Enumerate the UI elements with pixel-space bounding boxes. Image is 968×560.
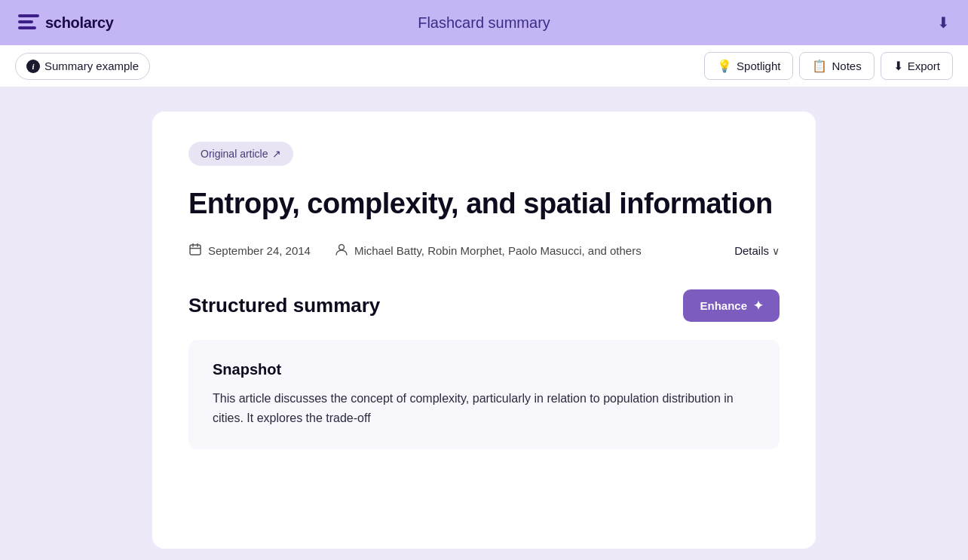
details-label: Details xyxy=(734,244,769,257)
original-article-button[interactable]: Original article ↗ xyxy=(188,142,293,166)
summary-example-label: Summary example xyxy=(44,60,139,72)
snapshot-card: Snapshot This article discusses the conc… xyxy=(188,340,780,450)
snapshot-title: Snapshot xyxy=(213,361,755,378)
external-link-icon: ↗ xyxy=(272,148,281,160)
export-label: Export xyxy=(908,60,940,72)
spotlight-label: Spotlight xyxy=(737,60,780,72)
download-icon[interactable]: ⬇ xyxy=(937,14,950,32)
notes-label: Notes xyxy=(832,60,861,72)
article-date: September 24, 2014 xyxy=(208,244,311,257)
original-article-label: Original article xyxy=(201,148,268,160)
sparkle-icon: ✦ xyxy=(753,298,763,313)
info-icon: i xyxy=(26,60,40,73)
toolbar: i Summary example 💡 Spotlight 📋 Notes ⬇ … xyxy=(0,45,968,87)
enhance-button[interactable]: Enhance ✦ xyxy=(683,289,780,322)
export-icon: ⬇ xyxy=(893,59,903,73)
svg-rect-0 xyxy=(190,245,201,255)
structured-summary-title: Structured summary xyxy=(188,294,380,317)
calendar-icon xyxy=(188,243,202,259)
notes-button[interactable]: 📋 Notes xyxy=(799,52,874,80)
logo-icon xyxy=(18,14,39,31)
main-content: Original article ↗ Entropy, complexity, … xyxy=(0,87,968,560)
svg-point-4 xyxy=(338,244,344,249)
snapshot-text: This article discusses the concept of co… xyxy=(213,389,755,429)
toolbar-left: i Summary example xyxy=(15,53,150,80)
article-meta: September 24, 2014 Michael Batty, Robin … xyxy=(188,243,780,259)
spotlight-button[interactable]: 💡 Spotlight xyxy=(704,52,793,80)
chevron-down-icon: ∨ xyxy=(772,245,780,257)
toolbar-right: 💡 Spotlight 📋 Notes ⬇ Export xyxy=(704,52,953,80)
logo: scholarcy xyxy=(18,14,114,32)
content-card: Original article ↗ Entropy, complexity, … xyxy=(152,112,816,549)
person-icon xyxy=(335,243,348,259)
article-title: Entropy, complexity, and spatial informa… xyxy=(188,187,780,222)
date-meta: September 24, 2014 xyxy=(188,243,311,259)
enhance-label: Enhance xyxy=(700,299,747,312)
logo-text: scholarcy xyxy=(45,14,114,32)
summary-example-button[interactable]: i Summary example xyxy=(15,53,150,80)
page-title: Flashcard summary xyxy=(418,14,550,32)
notes-icon: 📋 xyxy=(812,59,827,73)
spotlight-icon: 💡 xyxy=(717,59,732,73)
navbar: scholarcy Flashcard summary ⬇ xyxy=(0,0,968,45)
article-authors: Michael Batty, Robin Morphet, Paolo Masu… xyxy=(354,244,642,257)
structured-summary-row: Structured summary Enhance ✦ xyxy=(188,289,780,322)
details-button[interactable]: Details ∨ xyxy=(734,244,780,257)
authors-meta: Michael Batty, Robin Morphet, Paolo Masu… xyxy=(335,243,642,259)
export-button[interactable]: ⬇ Export xyxy=(881,52,953,80)
